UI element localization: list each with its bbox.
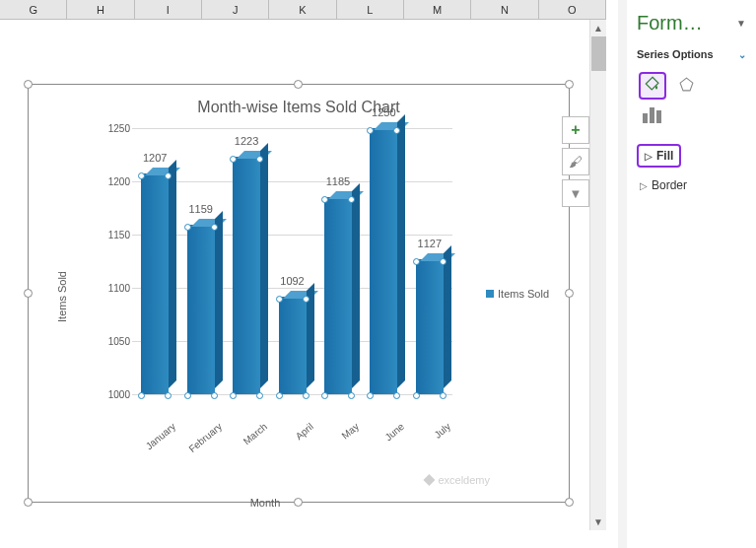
resize-handle[interactable] [565, 498, 574, 507]
series-select-dot [367, 127, 374, 134]
series-select-dot [367, 392, 374, 399]
fill-line-tab[interactable] [639, 72, 666, 100]
col-h[interactable]: H [67, 0, 134, 19]
data-label[interactable]: 1207 [143, 152, 167, 164]
col-j[interactable]: J [202, 0, 269, 19]
fill-label: Fill [656, 149, 673, 163]
col-k[interactable]: K [269, 0, 336, 19]
bar-march[interactable]: 1223March [233, 157, 260, 394]
y-axis[interactable]: 100010501100115012001250 [103, 128, 132, 394]
filter-icon: ▼ [570, 186, 583, 201]
col-i[interactable]: I [135, 0, 202, 19]
series-select-dot [184, 392, 191, 399]
resize-handle[interactable] [24, 498, 33, 507]
col-o[interactable]: O [539, 0, 606, 19]
x-tick: May [323, 421, 361, 454]
x-tick: March [232, 421, 269, 454]
pentagon-icon [678, 76, 695, 97]
pane-dropdown-icon[interactable]: ▼ [736, 18, 746, 29]
bar-may[interactable]: 1185May [324, 197, 352, 394]
data-label[interactable]: 1223 [235, 135, 258, 147]
data-label[interactable]: 1159 [188, 203, 212, 215]
resize-handle[interactable] [565, 80, 574, 89]
series-select-dot [230, 392, 237, 399]
data-label[interactable]: 1127 [418, 238, 442, 249]
bar-june[interactable]: 1250June [370, 128, 397, 394]
series-select-dot [321, 196, 328, 203]
format-pane: Form… ▼ Series Options ⌄ ▷ Fill ▷ Border [618, 0, 756, 548]
series-select-dot [321, 392, 328, 399]
series-select-dot [348, 392, 355, 399]
chart-elements-button[interactable]: + [562, 116, 589, 144]
x-tick: February [186, 421, 224, 454]
fill-section[interactable]: ▷ Fill [637, 144, 681, 168]
pane-title-text: Form… [637, 12, 703, 34]
series-select-dot [184, 224, 191, 231]
chevron-right-icon: ▷ [640, 180, 648, 191]
column-headers: G H I J K L M N O [0, 0, 606, 20]
scroll-thumb[interactable] [591, 36, 606, 71]
data-series[interactable]: 1207January1159February1223March1092Apri… [132, 128, 452, 394]
x-tick: January [141, 421, 178, 454]
resize-handle[interactable] [294, 80, 303, 89]
chart-title[interactable]: Month-wise Items Sold Chart [29, 85, 569, 120]
chevron-right-icon: ▷ [645, 151, 653, 162]
effects-tab[interactable] [672, 72, 700, 100]
y-axis-label[interactable]: Items Sold [56, 271, 68, 322]
watermark-text: exceldemy [438, 474, 490, 486]
chart-tool-buttons: + 🖌 ▼ [562, 116, 589, 207]
y-tick: 1100 [108, 283, 130, 294]
y-tick: 1000 [108, 389, 130, 400]
legend[interactable]: Items Sold [486, 288, 549, 300]
x-axis-label[interactable]: Month [250, 497, 281, 509]
series-select-dot [138, 392, 145, 399]
gridline [132, 394, 452, 395]
data-label[interactable]: 1185 [326, 175, 350, 187]
series-select-dot [165, 392, 172, 399]
bars-mini-icon [650, 107, 654, 123]
watermark-icon [423, 474, 435, 486]
scroll-up-icon[interactable]: ▲ [590, 20, 606, 36]
series-select-dot [440, 258, 447, 265]
resize-handle[interactable] [24, 289, 33, 298]
series-options-tab[interactable] [643, 105, 746, 123]
watermark: exceldemy [423, 474, 490, 486]
series-select-dot [440, 392, 447, 399]
bar-january[interactable]: 1207January [141, 173, 169, 394]
col-g[interactable]: G [0, 0, 67, 19]
resize-handle[interactable] [24, 80, 33, 89]
bar-april[interactable]: 1092April [279, 297, 307, 394]
border-label: Border [652, 178, 687, 192]
legend-text: Items Sold [498, 288, 549, 300]
col-l[interactable]: L [337, 0, 404, 19]
chevron-down-icon: ⌄ [738, 49, 746, 60]
chart-styles-button[interactable]: 🖌 [562, 148, 589, 175]
y-tick: 1050 [108, 336, 130, 347]
bar-february[interactable]: 1159February [187, 225, 215, 394]
chart-object[interactable]: Month-wise Items Sold Chart Items Sold M… [28, 84, 570, 503]
series-select-dot [413, 392, 420, 399]
scroll-down-icon[interactable]: ▼ [590, 514, 606, 530]
data-label[interactable]: 1092 [280, 275, 304, 287]
y-tick: 1250 [108, 123, 130, 134]
chart-filters-button[interactable]: ▼ [562, 179, 589, 207]
series-select-dot [303, 296, 309, 303]
series-options-header[interactable]: Series Options ⌄ [637, 48, 746, 60]
bar-july[interactable]: 1127July [416, 259, 444, 394]
col-m[interactable]: M [404, 0, 471, 19]
x-tick: June [370, 421, 407, 454]
data-label[interactable]: 1250 [372, 106, 395, 118]
x-tick: April [278, 421, 315, 454]
border-section[interactable]: ▷ Border [637, 176, 746, 194]
col-n[interactable]: N [471, 0, 538, 19]
series-select-dot [211, 392, 218, 399]
resize-handle[interactable] [565, 289, 574, 298]
series-select-dot [256, 392, 263, 399]
series-select-dot [393, 392, 400, 399]
vertical-scrollbar[interactable]: ▲ ▼ [589, 20, 606, 530]
x-tick: July [415, 421, 452, 454]
resize-handle[interactable] [294, 498, 303, 507]
series-select-dot [211, 224, 218, 231]
plot-area[interactable]: Items Sold Month 10001050110011501200125… [78, 128, 452, 453]
series-select-dot [230, 156, 237, 163]
